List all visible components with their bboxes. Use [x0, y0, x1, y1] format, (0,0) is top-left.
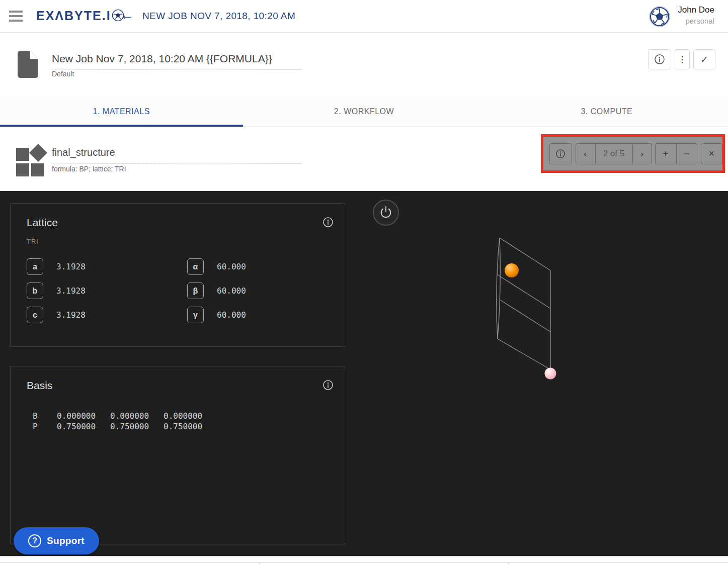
param-badge-c: c [27, 307, 43, 323]
document-icon [17, 50, 39, 80]
lattice-param-a: a 3.1928 [27, 258, 86, 275]
basis-element: B [33, 411, 40, 421]
basis-coord-x: 0.000000 [57, 411, 93, 421]
remove-material-button[interactable]: − [676, 144, 697, 164]
job-header: New Job Nov 7, 2018, 10:20 AM {{FORMULA}… [0, 33, 728, 97]
param-badge-gamma: γ [187, 307, 204, 323]
material-subtitle: formula: BP; lattice: TRI [52, 165, 126, 173]
param-value-alpha: 60.000 [217, 262, 246, 271]
bottom-strip [0, 556, 728, 564]
basis-row-P: P 0.750000 0.750000 0.750000 [33, 421, 200, 432]
param-value-gamma: 60.000 [217, 310, 246, 320]
basis-element: P [33, 421, 40, 432]
hamburger-menu-icon[interactable] [9, 11, 23, 22]
job-actions: ⋮ ✓ [648, 49, 715, 69]
job-info-button[interactable] [648, 49, 671, 69]
previous-material-button[interactable]: ‹ [576, 144, 595, 164]
lattice-param-beta: β 60.000 [187, 283, 246, 299]
param-badge-a: a [27, 258, 43, 275]
atom-P-orange [505, 263, 519, 277]
page: EXΛBYTE.I ← NEW JOB NOV 7, 2018, 10:20 A… [0, 0, 728, 564]
material-pager: ‹ 2 of 5 › [576, 143, 652, 164]
param-value-beta: 60.000 [217, 286, 246, 296]
atom-B-pink [545, 368, 556, 380]
bottom-hairline [0, 562, 728, 563]
viewer-power-button[interactable] [373, 200, 399, 226]
basis-info-icon[interactable] [322, 380, 334, 393]
back-arrow-icon[interactable]: ← [120, 7, 134, 23]
job-subtitle: Default [52, 70, 74, 78]
param-badge-alpha: α [187, 258, 204, 275]
param-value-c: 3.1928 [56, 310, 86, 320]
material-toolbar-highlight: ‹ 2 of 5 › + − × [541, 134, 725, 173]
param-value-b: 3.1928 [56, 286, 86, 296]
tab-compute[interactable]: 3. COMPUTE [486, 97, 728, 126]
basis-coord-y: 0.000000 [110, 411, 146, 421]
param-badge-b: b [27, 283, 43, 299]
support-button[interactable]: ? Support [14, 527, 99, 554]
question-mark-icon: ? [28, 534, 41, 547]
lattice-title: Lattice [27, 217, 58, 229]
top-navbar: EXΛBYTE.I ← NEW JOB NOV 7, 2018, 10:20 A… [0, 0, 728, 33]
basis-coord-z: 0.000000 [164, 411, 200, 421]
basis-title: Basis [27, 380, 52, 392]
job-more-button[interactable]: ⋮ [675, 49, 690, 69]
basis-coord-y: 0.750000 [110, 421, 146, 432]
basis-coord-x: 0.750000 [57, 421, 93, 432]
user-plan: personal [678, 17, 714, 25]
material-title-editable[interactable]: final_structure [52, 147, 302, 164]
workflow-step-tabs: 1. MATERIALS 2. WORKFLOW 3. COMPUTE [0, 97, 728, 127]
material-info-button[interactable] [549, 143, 572, 164]
lattice-type-label: TRI [27, 238, 39, 245]
lattice-panel: Lattice TRI a 3.1928 b 3.1928 c 3.1928 [10, 203, 345, 347]
job-title-editable[interactable]: New Job Nov 7, 2018, 10:20 AM {{FORMULA}… [52, 53, 302, 70]
user-name: John Doe [678, 5, 714, 15]
tab-materials[interactable]: 1. MATERIALS [0, 97, 242, 126]
basis-panel: Basis B 0.000000 0.000000 0.000000 P 0.7… [10, 366, 345, 544]
next-material-button[interactable]: › [632, 144, 652, 164]
lattice-info-icon[interactable] [322, 217, 334, 230]
support-label: Support [47, 535, 85, 546]
param-badge-beta: β [187, 283, 204, 299]
material-icon [16, 144, 48, 179]
param-value-a: 3.1928 [56, 262, 86, 271]
basis-coord-z: 0.750000 [164, 421, 200, 432]
logo-text: EXΛBYTE.I [36, 9, 111, 23]
basis-coordinates-table: B 0.000000 0.000000 0.000000 P 0.750000 … [33, 411, 200, 432]
material-header: final_structure formula: BP; lattice: TR… [0, 127, 728, 191]
material-pager-label: 2 of 5 [595, 144, 632, 164]
material-editor-dark-section: Lattice TRI a 3.1928 b 3.1928 c 3.1928 [0, 191, 728, 556]
material-add-remove-group: + − [655, 143, 697, 164]
lattice-param-b: b 3.1928 [27, 283, 86, 299]
add-material-button[interactable]: + [656, 144, 676, 164]
lattice-param-c: c 3.1928 [27, 307, 86, 323]
user-avatar[interactable] [649, 6, 671, 28]
user-block: John Doe personal [678, 5, 714, 25]
lattice-param-gamma: γ 60.000 [187, 307, 246, 323]
topbar-job-title: NEW JOB NOV 7, 2018, 10:20 AM [142, 11, 295, 22]
basis-row-B: B 0.000000 0.000000 0.000000 [33, 411, 200, 421]
exabyte-logo[interactable]: EXΛBYTE.I [36, 8, 124, 24]
close-material-button[interactable]: × [701, 143, 723, 164]
tab-workflow[interactable]: 2. WORKFLOW [242, 97, 485, 126]
lattice-param-alpha: α 60.000 [187, 258, 246, 275]
job-save-button[interactable]: ✓ [693, 49, 715, 69]
unit-cell-wireframe [497, 238, 550, 373]
